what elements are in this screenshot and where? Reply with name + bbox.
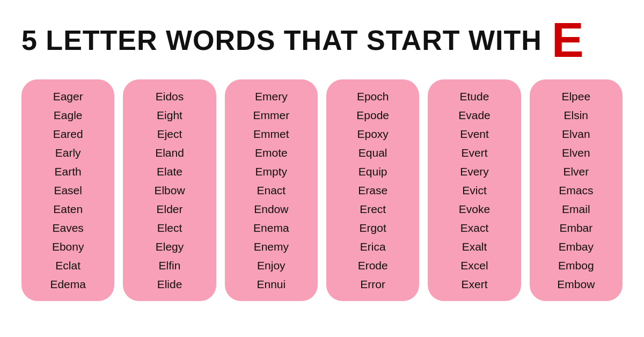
word-item: Equip xyxy=(326,162,419,181)
word-item: Elsin xyxy=(530,106,623,124)
word-item: Early xyxy=(21,143,114,162)
word-item: Erase xyxy=(326,181,419,200)
header-letter: E xyxy=(552,16,584,64)
word-item: Elpee xyxy=(530,87,623,106)
word-item: Epoch xyxy=(326,87,419,106)
word-item: Elder xyxy=(123,200,216,218)
word-columns: EagerEagleEaredEarlyEarthEaselEatenEaves… xyxy=(21,79,623,301)
word-item: Erica xyxy=(326,237,419,256)
word-item: Epoxy xyxy=(326,124,419,143)
word-item: Elegy xyxy=(123,237,216,256)
word-item: Elven xyxy=(530,143,623,162)
word-item: Eject xyxy=(123,124,216,143)
column-5: EtudeEvadeEventEvertEveryEvictEvokeExact… xyxy=(428,79,521,301)
header-title: 5 LETTER WORDS THAT START WITH xyxy=(21,26,542,54)
header: 5 LETTER WORDS THAT START WITH E xyxy=(21,16,623,64)
word-item: Eidos xyxy=(123,87,216,106)
word-item: Easel xyxy=(21,181,114,200)
word-item: Eaves xyxy=(21,218,114,237)
word-item: Elate xyxy=(123,162,216,181)
page: 5 LETTER WORDS THAT START WITH E EagerEa… xyxy=(0,0,644,317)
word-item: Eaten xyxy=(21,200,114,218)
word-item: Evoke xyxy=(428,200,521,218)
word-item: Evert xyxy=(428,143,521,162)
word-item: Elver xyxy=(530,162,623,181)
column-6: ElpeeElsinElvanElvenElverEmacsEmailEmbar… xyxy=(530,79,623,301)
word-item: Endow xyxy=(225,200,318,218)
word-item: Exert xyxy=(428,275,521,294)
word-item: Eight xyxy=(123,106,216,124)
word-item: Embay xyxy=(530,237,623,256)
word-item: Earth xyxy=(21,162,114,181)
word-item: Enema xyxy=(225,218,318,237)
word-item: Eared xyxy=(21,124,114,143)
column-3: EmeryEmmerEmmetEmoteEmptyEnactEndowEnema… xyxy=(225,79,318,301)
word-item: Erode xyxy=(326,256,419,275)
word-item: Evict xyxy=(428,181,521,200)
word-item: Eagle xyxy=(21,106,114,124)
word-item: Event xyxy=(428,124,521,143)
word-item: Ergot xyxy=(326,218,419,237)
word-item: Error xyxy=(326,275,419,294)
word-item: Embog xyxy=(530,256,623,275)
word-item: Emmet xyxy=(225,124,318,143)
word-item: Elvan xyxy=(530,124,623,143)
word-item: Enemy xyxy=(225,237,318,256)
word-item: Emacs xyxy=(530,181,623,200)
word-item: Embow xyxy=(530,275,623,294)
word-item: Elbow xyxy=(123,181,216,200)
word-item: Eager xyxy=(21,87,114,106)
word-item: Evade xyxy=(428,106,521,124)
word-item: Empty xyxy=(225,162,318,181)
word-item: Etude xyxy=(428,87,521,106)
word-item: Elect xyxy=(123,218,216,237)
word-item: Every xyxy=(428,162,521,181)
word-item: Emote xyxy=(225,143,318,162)
word-item: Exalt xyxy=(428,237,521,256)
word-item: Edema xyxy=(21,275,114,294)
word-item: Enact xyxy=(225,181,318,200)
word-item: Equal xyxy=(326,143,419,162)
word-item: Emery xyxy=(225,87,318,106)
word-item: Email xyxy=(530,200,623,218)
column-2: EidosEightEjectElandElateElbowElderElect… xyxy=(123,79,216,301)
column-1: EagerEagleEaredEarlyEarthEaselEatenEaves… xyxy=(21,79,114,301)
word-item: Eland xyxy=(123,143,216,162)
word-item: Eclat xyxy=(21,256,114,275)
word-item: Epode xyxy=(326,106,419,124)
word-item: Ebony xyxy=(21,237,114,256)
word-item: Elfin xyxy=(123,256,216,275)
word-item: Embar xyxy=(530,218,623,237)
word-item: Enjoy xyxy=(225,256,318,275)
column-4: EpochEpodeEpoxyEqualEquipEraseErectErgot… xyxy=(326,79,419,301)
word-item: Ennui xyxy=(225,275,318,294)
word-item: Exact xyxy=(428,218,521,237)
word-item: Emmer xyxy=(225,106,318,124)
word-item: Excel xyxy=(428,256,521,275)
word-item: Elide xyxy=(123,275,216,294)
word-item: Erect xyxy=(326,200,419,218)
